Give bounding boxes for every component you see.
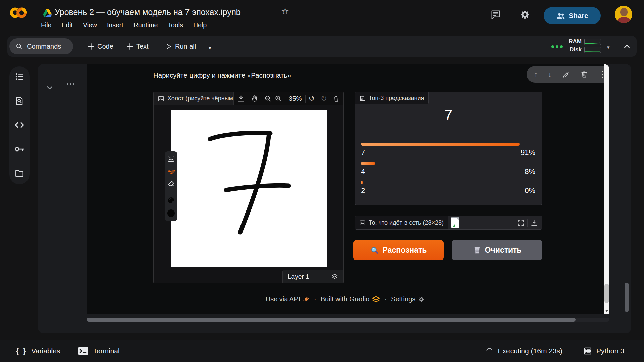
prediction-digit: 2 — [361, 186, 365, 195]
edit-with-ai-button[interactable] — [562, 70, 570, 79]
draw-tool-active[interactable] — [167, 167, 175, 175]
notebook-scrollbar-thumb[interactable] — [625, 283, 629, 312]
prediction-bars: 7 91% 4 8% — [361, 143, 535, 200]
delete-cell-button[interactable] — [580, 70, 588, 78]
wastebasket-emoji-icon — [473, 246, 481, 254]
menu-view[interactable]: View — [83, 21, 97, 29]
resource-monitor[interactable]: RAM Disk — [567, 38, 601, 53]
undo-icon[interactable]: ↺ — [308, 95, 315, 102]
network-input-label: То, что идёт в сеть (28×28) — [369, 219, 444, 226]
sketch-canvas-component: Холст (рисуйте чёрным — [153, 92, 344, 283]
status-bar: { } Variables Terminal Executing (16m 23… — [0, 340, 644, 362]
built-with-gradio-link[interactable]: Built with Gradio — [321, 295, 380, 303]
settings-button[interactable] — [518, 8, 532, 21]
recognize-button[interactable]: Распознать — [353, 240, 444, 260]
avatar[interactable] — [615, 6, 632, 23]
menu-insert[interactable]: Insert — [107, 21, 123, 29]
star-icon[interactable]: ☆ — [281, 6, 289, 17]
clear-canvas-button[interactable] — [333, 95, 340, 102]
variables-button[interactable]: Variables — [31, 347, 60, 355]
comments-button[interactable] — [489, 8, 502, 21]
gear-icon — [418, 296, 425, 303]
share-label: Share — [569, 12, 588, 20]
collapse-toolbar-button[interactable] — [623, 42, 631, 51]
run-all-button[interactable]: Run all — [165, 36, 196, 57]
add-code-button[interactable]: Code — [88, 36, 113, 57]
redo-icon[interactable]: ↻ — [321, 95, 327, 102]
menu-edit[interactable]: Edit — [61, 21, 73, 29]
sidebar-item-snippets[interactable] — [14, 120, 24, 130]
sidebar-item-toc[interactable] — [14, 72, 24, 82]
prediction-bar — [361, 162, 375, 165]
sidebar-item-find[interactable] — [14, 96, 24, 106]
run-all-caret[interactable]: ▾ — [209, 45, 211, 51]
move-cell-down-button[interactable]: ↓ — [548, 71, 552, 78]
horizontal-scrollbar[interactable] — [87, 318, 609, 322]
top-prediction-value: 7 — [355, 106, 542, 124]
eraser-tool[interactable] — [167, 179, 175, 187]
prediction-percent: 8% — [525, 167, 535, 176]
notebook-title[interactable]: Уровень 2 — обучаем модель на 7 эпохах.i… — [55, 7, 241, 17]
kernel-selector[interactable]: Python 3 — [583, 347, 624, 355]
prediction-digit: 7 — [361, 148, 365, 157]
menu-tools[interactable]: Tools — [168, 21, 183, 29]
download-input-button[interactable] — [530, 219, 538, 227]
scrollbar-thumb[interactable] — [604, 284, 609, 303]
collapse-cell-button[interactable] — [45, 83, 54, 92]
zoom-out-button[interactable] — [264, 95, 272, 102]
download-canvas-button[interactable] — [237, 95, 245, 102]
trash-icon — [580, 70, 588, 78]
network-input-panel: То, что идёт в сеть (28×28) — [355, 216, 542, 230]
network-input-thumbnail[interactable] — [451, 217, 459, 228]
zoom-level[interactable]: 35% — [288, 95, 303, 102]
scrollbar-thumb[interactable] — [87, 318, 576, 322]
terminal-button[interactable]: Terminal — [93, 347, 119, 355]
chevron-down-icon — [48, 87, 52, 89]
drawing-canvas[interactable] — [171, 110, 327, 267]
scrollbar-down-arrow[interactable] — [604, 308, 609, 314]
insert-image-tool[interactable] — [167, 155, 175, 163]
layer-bar[interactable]: Layer 1 — [282, 270, 343, 283]
use-via-api-link[interactable]: Use via API — [266, 295, 310, 303]
play-icon — [165, 43, 172, 50]
canvas-tool-palette — [165, 151, 177, 221]
disk-graph — [584, 47, 601, 53]
disk-label: Disk — [567, 46, 582, 53]
prediction-row: 4 8% — [361, 162, 535, 176]
menu-runtime[interactable]: Runtime — [133, 21, 158, 29]
sidebar-item-files[interactable] — [14, 168, 24, 178]
image-icon — [158, 95, 164, 102]
sparkle-pencil-icon — [562, 70, 570, 79]
fullscreen-button[interactable] — [517, 219, 525, 227]
zoom-in-button[interactable] — [274, 95, 282, 102]
resources-caret[interactable]: ▾ — [607, 44, 610, 50]
menu-help[interactable]: Help — [193, 21, 207, 29]
pan-tool-button[interactable] — [251, 95, 258, 102]
zoom-in-icon — [274, 95, 282, 102]
brush-color-swatch-black[interactable] — [167, 209, 175, 218]
clear-button[interactable]: Очистить — [452, 240, 542, 260]
braces-icon: { } — [16, 346, 26, 356]
pencil-icon — [167, 167, 175, 175]
iframe-scrollbar[interactable] — [604, 64, 609, 314]
chevron-up-icon — [623, 42, 631, 51]
commands-button[interactable]: Commands — [9, 38, 73, 54]
document-search-icon — [15, 96, 24, 106]
layer-label: Layer 1 — [288, 273, 309, 280]
gear-icon — [520, 9, 530, 20]
plus-icon — [88, 43, 94, 50]
share-button[interactable]: Share — [544, 7, 601, 24]
cell-drag-handle[interactable] — [67, 83, 74, 85]
executing-label: Executing (16m 23s) — [498, 347, 563, 355]
image-icon — [167, 155, 175, 163]
prediction-percent: 0% — [525, 186, 535, 195]
menu-file[interactable]: File — [41, 21, 51, 29]
gradio-settings-link[interactable]: Settings — [391, 295, 425, 303]
move-cell-up-button[interactable]: ↑ — [534, 71, 538, 78]
execution-status[interactable]: Executing (16m 23s) — [485, 347, 563, 355]
add-text-button[interactable]: Text — [127, 36, 149, 57]
color-palette-tool[interactable] — [167, 196, 175, 204]
eraser-icon — [167, 179, 175, 187]
sidebar-item-secrets[interactable] — [14, 144, 24, 154]
recognize-label: Распознать — [383, 246, 427, 255]
